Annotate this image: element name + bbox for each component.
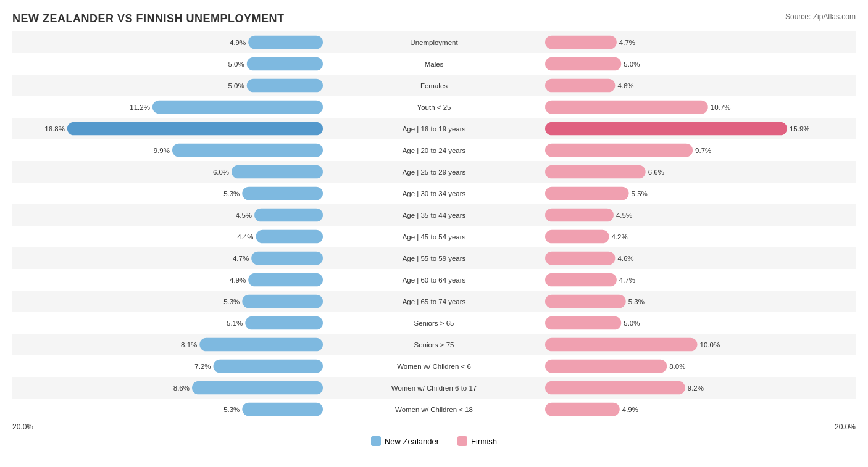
svg-text:5.5%: 5.5% (632, 190, 648, 197)
svg-rect-7 (247, 57, 323, 71)
svg-text:8.1%: 8.1% (181, 341, 197, 349)
svg-text:4.4%: 4.4% (237, 233, 253, 241)
svg-rect-61 (251, 252, 323, 265)
svg-text:4.2%: 4.2% (612, 233, 628, 241)
svg-text:8.6%: 8.6% (173, 384, 190, 392)
legend-fi-box (457, 436, 467, 446)
svg-text:Women w/ Children < 6: Women w/ Children < 6 (397, 363, 471, 370)
svg-text:Age | 30 to 34 years: Age | 30 to 34 years (403, 190, 466, 197)
legend-fi-label: Finnish (471, 437, 497, 446)
svg-rect-14 (545, 79, 615, 93)
svg-rect-68 (545, 273, 617, 287)
svg-text:4.7%: 4.7% (619, 276, 635, 284)
source-text: Source: ZipAtlas.com (785, 12, 856, 21)
svg-text:9.7%: 9.7% (695, 147, 711, 154)
svg-text:4.6%: 4.6% (617, 255, 633, 262)
svg-rect-49 (254, 209, 323, 222)
svg-text:4.9%: 4.9% (230, 276, 246, 284)
svg-text:5.1%: 5.1% (227, 320, 243, 327)
axis-left-label: 20.0% (12, 423, 33, 431)
svg-text:Women w/ Children 6 to 17: Women w/ Children 6 to 17 (391, 384, 477, 392)
svg-text:4.7%: 4.7% (233, 255, 249, 262)
chart-title: NEW ZEALANDER VS FINNISH UNEMPLOYMENT (12, 12, 856, 25)
svg-text:Age | 16 to 19 years: Age | 16 to 19 years (403, 125, 466, 133)
svg-rect-98 (545, 381, 685, 395)
legend-nz: New Zealander (371, 436, 439, 446)
svg-text:Age | 35 to 44 years: Age | 35 to 44 years (403, 212, 466, 219)
svg-text:4.5%: 4.5% (616, 212, 632, 219)
svg-text:5.3%: 5.3% (628, 298, 645, 305)
svg-rect-80 (545, 316, 621, 330)
svg-rect-79 (245, 316, 323, 330)
svg-text:4.9%: 4.9% (230, 39, 246, 46)
svg-text:11.2%: 11.2% (130, 104, 150, 111)
svg-text:5.3%: 5.3% (223, 190, 240, 197)
svg-rect-103 (242, 403, 323, 416)
svg-text:15.9%: 15.9% (790, 125, 810, 133)
svg-text:5.3%: 5.3% (223, 298, 240, 305)
svg-text:4.7%: 4.7% (619, 39, 635, 46)
svg-text:Youth < 25: Youth < 25 (417, 104, 451, 111)
svg-text:10.7%: 10.7% (711, 104, 731, 111)
svg-text:Age | 45 to 54 years: Age | 45 to 54 years (403, 233, 466, 241)
svg-rect-37 (232, 165, 323, 179)
svg-rect-91 (214, 360, 323, 373)
svg-text:Males: Males (425, 60, 444, 68)
chart-area: Unemployment4.9%4.7%Males5.0%5.0%Females… (12, 31, 856, 420)
svg-rect-73 (242, 295, 323, 308)
svg-text:6.6%: 6.6% (648, 168, 664, 176)
svg-text:7.2%: 7.2% (194, 363, 211, 370)
svg-rect-38 (545, 165, 646, 179)
axis-right-label: 20.0% (835, 423, 856, 431)
svg-text:5.0%: 5.0% (624, 60, 640, 68)
svg-rect-85 (199, 338, 323, 352)
svg-rect-67 (248, 273, 323, 287)
legend-nz-box (371, 436, 381, 446)
svg-text:Women w/ Children < 18: Women w/ Children < 18 (395, 406, 473, 413)
svg-text:5.3%: 5.3% (223, 406, 240, 413)
svg-rect-1 (248, 36, 323, 49)
svg-text:16.8%: 16.8% (44, 125, 65, 133)
svg-text:Unemployment: Unemployment (410, 39, 458, 46)
legend: New Zealander Finnish (12, 436, 856, 446)
svg-text:4.5%: 4.5% (236, 212, 252, 219)
svg-text:9.9%: 9.9% (154, 147, 170, 154)
svg-text:9.2%: 9.2% (688, 384, 704, 392)
svg-rect-2 (545, 36, 617, 49)
svg-rect-25 (67, 122, 323, 136)
svg-rect-86 (545, 338, 698, 352)
svg-rect-55 (256, 230, 323, 244)
svg-text:Age | 60 to 64 years: Age | 60 to 64 years (403, 276, 466, 284)
svg-rect-104 (545, 403, 620, 416)
svg-text:Age | 55 to 59 years: Age | 55 to 59 years (403, 255, 466, 262)
svg-text:5.0%: 5.0% (624, 320, 640, 327)
legend-fi: Finnish (457, 436, 497, 446)
axis-labels: 20.0% 20.0% (12, 423, 856, 431)
svg-rect-97 (192, 381, 323, 395)
svg-text:6.0%: 6.0% (213, 168, 229, 176)
svg-rect-19 (152, 101, 323, 114)
svg-rect-44 (545, 187, 629, 200)
svg-rect-62 (545, 252, 615, 265)
svg-text:Age | 25 to 29 years: Age | 25 to 29 years (403, 168, 466, 176)
chart-container: NEW ZEALANDER VS FINNISH UNEMPLOYMENT So… (0, 0, 868, 467)
svg-rect-56 (545, 230, 609, 244)
legend-nz-label: New Zealander (385, 437, 439, 446)
chart-svg: Unemployment4.9%4.7%Males5.0%5.0%Females… (12, 31, 856, 420)
svg-text:Seniors > 75: Seniors > 75 (414, 341, 454, 349)
svg-rect-92 (545, 360, 667, 373)
svg-rect-50 (545, 209, 614, 222)
svg-rect-31 (172, 144, 323, 157)
svg-rect-43 (242, 187, 323, 200)
svg-text:Age | 65 to 74 years: Age | 65 to 74 years (403, 298, 466, 305)
svg-rect-74 (545, 295, 626, 308)
svg-text:4.6%: 4.6% (617, 82, 633, 89)
svg-rect-32 (545, 144, 693, 157)
svg-rect-20 (545, 101, 708, 114)
svg-rect-26 (545, 122, 787, 136)
svg-text:Seniors > 65: Seniors > 65 (414, 320, 454, 327)
svg-rect-13 (247, 79, 323, 93)
svg-text:Age | 20 to 24 years: Age | 20 to 24 years (403, 147, 466, 154)
svg-text:4.9%: 4.9% (622, 406, 638, 413)
svg-text:5.0%: 5.0% (228, 82, 244, 89)
